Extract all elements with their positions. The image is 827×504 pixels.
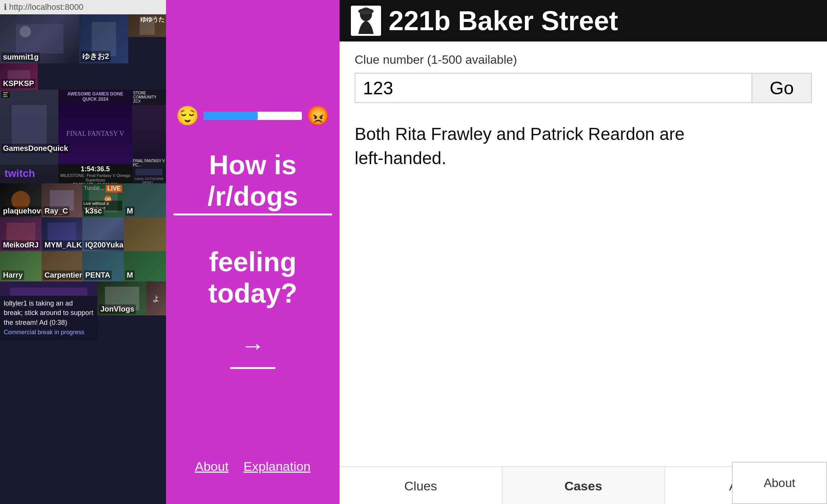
stream-thumb[interactable]: Carpentieri xyxy=(42,251,82,281)
stream-label: KSPKSP xyxy=(2,79,35,88)
stream-label: summit1g xyxy=(2,52,40,62)
browser-bar: ℹ http://localhost:8000 xyxy=(0,0,166,14)
stream-thumb[interactable]: Harry xyxy=(0,251,42,281)
stream-label: JonVlogs xyxy=(99,304,136,314)
stream-label: IQ200YukaF xyxy=(84,240,124,250)
stream-thumb-loltyler1[interactable]: loltyler1 is taking an ad break; stick a… xyxy=(0,281,97,340)
stream-thumb[interactable] xyxy=(124,217,166,251)
stream-thumb[interactable]: MeikodRJ xyxy=(0,217,42,251)
explanation-link[interactable]: Explanation xyxy=(244,459,311,474)
clues-tab[interactable]: Clues xyxy=(340,467,502,504)
go-button[interactable]: Go xyxy=(752,73,812,103)
stream-thumb[interactable]: M xyxy=(124,183,166,217)
stream-label: k3sc xyxy=(84,206,104,216)
baker-header: 221b Baker Street xyxy=(340,0,827,41)
stream-thumb[interactable]: M xyxy=(124,251,166,281)
stream-thumb[interactable]: IQ200YukaF xyxy=(82,217,124,251)
stream-grid: summit1g ゆきお2 ゆゆうた KSPKSP xyxy=(0,14,166,340)
mood-bar-fill xyxy=(204,112,258,120)
emoji-angry: 😡 xyxy=(306,105,330,127)
stream-thumb[interactable]: OR LIVE Live without a smartphone Tumblr… xyxy=(82,183,124,217)
emoji-calm: 😌 xyxy=(176,105,199,127)
right-panel: 221b Baker Street Clue number (1-500 ava… xyxy=(340,0,827,504)
mood-bar xyxy=(204,112,302,120)
cases-tab[interactable]: Cases xyxy=(502,467,665,504)
left-panel: ℹ http://localhost:8000 summit1g ゆきお2 ゆゆ… xyxy=(0,0,166,504)
svg-point-1 xyxy=(358,8,374,14)
stream-label: plaquehovmax xyxy=(2,206,42,216)
clue-input[interactable] xyxy=(355,73,752,103)
stream-thumb[interactable]: JonVlogs xyxy=(97,281,146,315)
stream-row: loltyler1 is taking an ad break; stick a… xyxy=(0,281,166,340)
stream-row: MeikodRJ MYM_ALKAP IQ200YukaF xyxy=(0,217,166,251)
about-box-label: About xyxy=(764,476,795,490)
baker-content: Clue number (1-500 available) Go Both Ri… xyxy=(340,41,827,466)
mood-bar-row: 😌 😡 xyxy=(176,105,330,127)
middle-panel: 😌 😡 How is /r/dogs feeling today? → Abou… xyxy=(166,0,340,504)
stream-thumb[interactable]: plaquehovmax xyxy=(0,183,42,217)
stream-label: Harry xyxy=(2,270,24,280)
stream-label: Ray_C xyxy=(43,206,69,216)
mood-arrow[interactable]: → xyxy=(241,332,265,360)
baker-logo-icon xyxy=(351,6,381,36)
stream-thumb[interactable]: KSPKSP xyxy=(0,63,38,90)
stream-thumb[interactable]: ゆゆうた xyxy=(128,14,166,37)
clue-label: Clue number (1-500 available) xyxy=(355,53,812,67)
stream-label: M xyxy=(125,206,135,216)
baker-title: 221b Baker Street xyxy=(389,5,618,36)
agdq-stream[interactable]: twitch AWESOME GAMES DONE QUICK 2024 FIN… xyxy=(0,90,166,183)
stream-label: MYM_ALKAP xyxy=(43,240,82,250)
stream-label: MeikodRJ xyxy=(2,240,40,250)
mood-links: About Explanation xyxy=(195,459,311,474)
stream-label: Carpentieri xyxy=(43,270,82,280)
browser-url[interactable]: http://localhost:8000 xyxy=(9,2,83,12)
stream-thumb[interactable]: よ xyxy=(146,281,166,315)
stream-thumb[interactable]: PENTA xyxy=(82,251,124,281)
stream-thumb[interactable]: ゆきお2 xyxy=(79,14,128,63)
mood-question: How is /r/dogs feeling today? xyxy=(174,149,332,309)
stream-thumb[interactable]: summit1g xyxy=(0,14,79,63)
stream-thumb[interactable]: MYM_ALKAP xyxy=(42,217,82,251)
stream-label: GamesDoneQuick xyxy=(2,144,69,153)
notification-text: loltyler1 is taking an ad break; stick a… xyxy=(4,300,93,326)
mood-line xyxy=(230,367,275,369)
about-box[interactable]: About xyxy=(732,462,827,504)
stream-label: M xyxy=(125,270,135,280)
stream-label: PENTA xyxy=(84,270,112,280)
stream-thumb[interactable]: Ray_C xyxy=(42,183,82,217)
browser-info-icon: ℹ xyxy=(4,2,7,12)
clue-input-row: Go xyxy=(355,73,812,103)
notification-sub: Commercial break in progress xyxy=(4,329,84,335)
stream-label: ゆきお2 xyxy=(81,51,111,62)
stream-row: Harry Carpentieri PENTA M xyxy=(0,251,166,281)
clue-text: Both Rita Frawley and Patrick Reardon ar… xyxy=(355,122,694,171)
about-link[interactable]: About xyxy=(195,459,229,474)
stream-row: plaquehovmax Ray_C OR LIVE Live without … xyxy=(0,183,166,217)
notification-banner: loltyler1 is taking an ad break; stick a… xyxy=(0,296,97,340)
